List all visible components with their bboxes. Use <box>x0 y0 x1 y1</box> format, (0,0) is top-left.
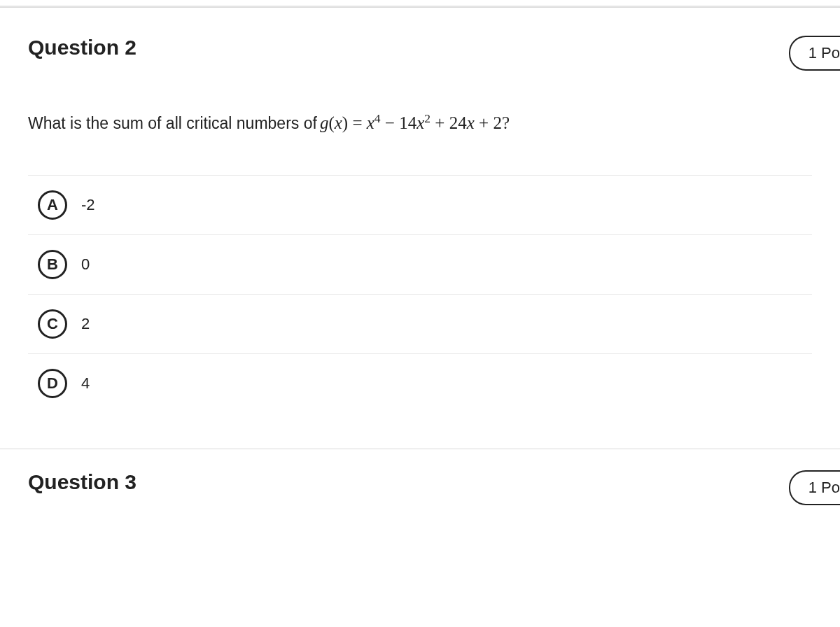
choice-b[interactable]: B 0 <box>28 234 812 294</box>
choice-letter: B <box>38 250 67 279</box>
prompt-text: What is the sum of all critical numbers … <box>28 111 317 136</box>
answer-choices: A -2 B 0 C 2 D 4 <box>28 175 812 414</box>
choice-a[interactable]: A -2 <box>28 175 812 234</box>
points-badge: 1 Po <box>789 470 840 505</box>
question-prompt: What is the sum of all critical numbers … <box>28 109 812 136</box>
choice-text: 0 <box>81 255 90 274</box>
choice-text: 4 <box>81 374 90 393</box>
question-2-block: Question 2 1 Po What is the sum of all c… <box>0 7 840 449</box>
question-3-block: Question 3 1 Po <box>0 449 840 505</box>
choice-text: -2 <box>81 196 95 214</box>
choice-letter: D <box>38 369 67 398</box>
question-header: Question 2 1 Po <box>28 36 812 71</box>
question-title: Question 2 <box>28 36 136 59</box>
choice-c[interactable]: C 2 <box>28 294 812 353</box>
math-expression: g(x) = x4 − 14x2 + 24x + 2? <box>320 109 510 136</box>
question-title: Question 3 <box>28 470 136 494</box>
choice-letter: C <box>38 309 67 339</box>
points-badge: 1 Po <box>789 36 840 71</box>
choice-text: 2 <box>81 315 90 333</box>
choice-d[interactable]: D 4 <box>28 353 812 414</box>
choice-letter: A <box>38 190 67 220</box>
